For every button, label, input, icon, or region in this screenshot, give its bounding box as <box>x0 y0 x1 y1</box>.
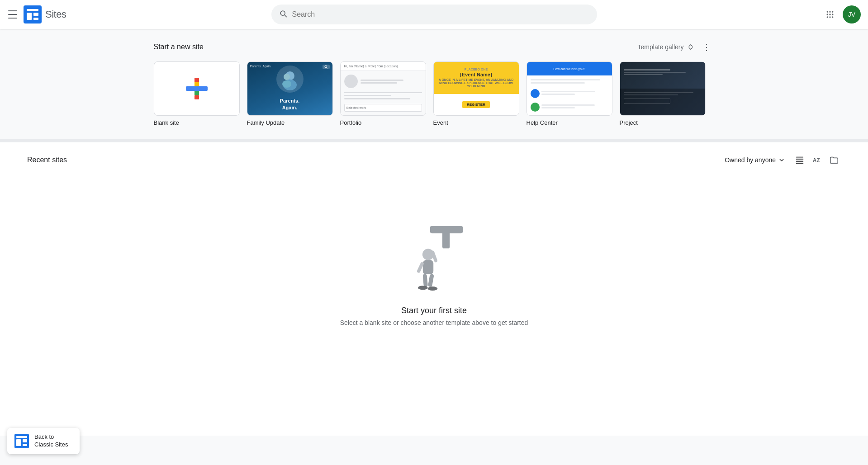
template-label-event: Event <box>433 119 448 126</box>
empty-state-illustration <box>394 214 475 295</box>
svg-rect-44 <box>23 444 27 446</box>
search-container <box>271 5 597 24</box>
template-thumb-help-center: How can we help you? <box>526 61 612 116</box>
search-icon <box>279 9 288 20</box>
template-item-portfolio[interactable]: Hi, I'm [Name] a [Role] from [Location]. <box>340 61 426 126</box>
back-to-classic-text: Back to Classic Sites <box>34 433 68 449</box>
svg-text:AZ: AZ <box>813 157 820 164</box>
template-item-help-center[interactable]: How can we help you? <box>526 61 612 126</box>
svg-rect-3 <box>33 13 38 16</box>
svg-rect-43 <box>23 439 27 442</box>
empty-state: Start your first site Select a blank sit… <box>27 178 841 362</box>
folder-icon <box>829 155 839 165</box>
templates-grid: Blank site <box>127 61 742 126</box>
svg-point-5 <box>827 11 828 13</box>
view-icons: AZ <box>793 153 841 167</box>
search-input[interactable] <box>292 10 590 19</box>
back-to-classic-bar[interactable]: Back to Classic Sites <box>7 428 80 454</box>
empty-state-title: Start your first site <box>401 306 467 315</box>
owned-by-button[interactable]: Owned by anyone <box>725 156 786 164</box>
template-thumb-blank <box>154 61 240 116</box>
recent-sites-section: Recent sites Owned by anyone <box>0 142 868 436</box>
template-thumb-portfolio: Hi, I'm [Name] a [Role] from [Location]. <box>340 61 426 116</box>
avatar[interactable]: JV <box>843 5 861 23</box>
template-thumb-event: PLACEBO ONE [Event Name] A ONCE IN A LIF… <box>433 61 519 116</box>
template-gallery-label: Template gallery <box>638 43 684 51</box>
portfolio-header-bar: Hi, I'm [Name] a [Role] from [Location]. <box>341 62 426 71</box>
recent-sites-title: Recent sites <box>27 156 67 164</box>
svg-point-10 <box>832 14 833 15</box>
svg-rect-1 <box>27 9 38 11</box>
svg-rect-42 <box>16 439 21 446</box>
start-new-site-title: Start a new site <box>154 43 204 51</box>
event-bottom-section: REGISTER <box>434 94 519 115</box>
svg-rect-0 <box>24 5 42 23</box>
svg-rect-41 <box>16 436 27 438</box>
template-item-family-update[interactable]: Parents. Again. Parents. Again. <box>247 61 333 126</box>
svg-rect-15 <box>194 78 199 82</box>
section-divider <box>0 139 868 142</box>
template-gallery-button[interactable]: Template gallery <box>638 43 695 51</box>
template-label-help-center: Help Center <box>526 119 558 126</box>
svg-rect-33 <box>422 260 433 275</box>
template-item-blank[interactable]: Blank site <box>154 61 240 126</box>
avatar-initials: JV <box>848 11 855 18</box>
list-view-icon <box>795 155 805 165</box>
help-content-area <box>527 75 612 115</box>
owned-by-label: Owned by anyone <box>725 156 776 164</box>
svg-point-12 <box>829 16 830 18</box>
template-label-project: Project <box>620 119 638 126</box>
event-top-section: PLACEBO ONE [Event Name] A ONCE IN A LIF… <box>434 62 519 94</box>
template-thumb-project <box>620 61 706 116</box>
sort-button[interactable]: AZ <box>810 153 824 167</box>
portfolio-content: Selected work <box>341 71 426 115</box>
hamburger-menu-icon[interactable] <box>7 9 18 20</box>
svg-rect-25 <box>796 157 804 158</box>
classic-sites-icon <box>14 434 29 448</box>
chevron-down-icon <box>778 156 786 164</box>
svg-rect-27 <box>796 161 804 162</box>
svg-rect-26 <box>796 159 804 160</box>
google-apps-icon[interactable] <box>821 5 839 23</box>
template-label-blank: Blank site <box>154 119 179 126</box>
svg-rect-14 <box>186 86 208 91</box>
folder-button[interactable] <box>827 153 841 167</box>
template-thumb-family-update: Parents. Again. Parents. Again. <box>247 61 333 116</box>
more-options-button[interactable]: ⋮ <box>698 40 715 54</box>
search-bar <box>271 5 597 24</box>
svg-point-22 <box>282 80 291 88</box>
template-section: Start a new site Template gallery ⋮ <box>0 29 868 139</box>
recent-sites-header: Recent sites Owned by anyone <box>27 153 841 167</box>
app-logo[interactable]: Sites <box>24 5 66 23</box>
svg-point-13 <box>832 16 833 18</box>
svg-rect-18 <box>194 95 199 99</box>
svg-point-6 <box>829 11 830 13</box>
sites-app-icon <box>24 5 42 23</box>
template-item-event[interactable]: PLACEBO ONE [Event Name] A ONCE IN A LIF… <box>433 61 519 126</box>
svg-rect-36 <box>422 274 427 287</box>
svg-line-24 <box>327 67 327 68</box>
list-view-button[interactable] <box>793 153 806 167</box>
svg-point-23 <box>325 66 327 68</box>
header-left: Sites <box>7 5 98 23</box>
back-to-line2: Classic Sites <box>34 441 68 449</box>
sort-az-icon: AZ <box>812 155 822 165</box>
svg-rect-16 <box>194 82 199 86</box>
svg-rect-2 <box>27 13 32 20</box>
template-label-family-update: Family Update <box>247 119 285 126</box>
svg-point-21 <box>284 74 290 80</box>
svg-point-8 <box>827 14 828 15</box>
svg-rect-28 <box>796 163 804 164</box>
template-header: Start a new site Template gallery ⋮ <box>127 40 742 54</box>
svg-point-11 <box>827 16 828 18</box>
help-header-bar: How can we help you? <box>527 62 612 75</box>
expand-icon <box>687 43 695 51</box>
app-header: Sites <box>0 0 868 29</box>
template-item-project[interactable]: Project <box>620 61 706 126</box>
svg-rect-31 <box>442 226 450 249</box>
header-right: JV <box>770 5 861 23</box>
svg-rect-37 <box>427 274 434 287</box>
svg-rect-4 <box>33 18 38 20</box>
svg-point-39 <box>427 287 437 291</box>
svg-rect-17 <box>194 91 199 95</box>
